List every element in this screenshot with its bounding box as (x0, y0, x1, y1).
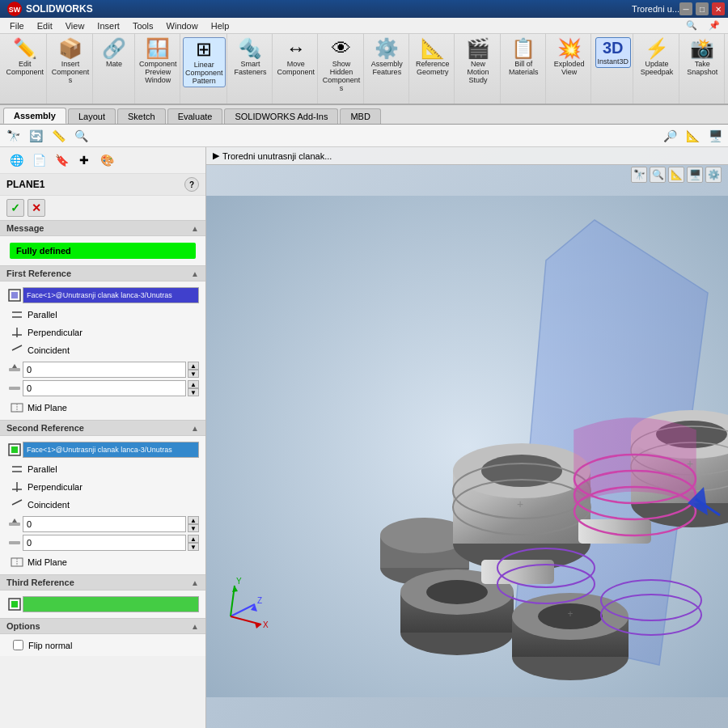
assembly-features-btn[interactable]: ⚙️ Assembly Features (369, 37, 404, 78)
second-ref-value2-input[interactable] (23, 535, 186, 551)
motion-study-btn[interactable]: 🎬 New Motion Study (460, 37, 496, 86)
first-ref-parallel[interactable]: Parallel (6, 306, 199, 324)
toolbar-icon-1[interactable]: 🔭 (3, 126, 23, 146)
menu-edit[interactable]: Edit (31, 19, 59, 32)
smart-fasteners-icon: 🔩 (238, 39, 262, 58)
parallel-icon (10, 307, 24, 322)
menu-tools[interactable]: Tools (126, 19, 160, 32)
val2-down-arrow[interactable]: ▼ (188, 388, 199, 396)
svg-rect-58 (578, 519, 651, 544)
check-x-row: ✓ ✕ (0, 196, 205, 220)
flip-normal-checkbox[interactable] (13, 640, 23, 650)
first-ref-perpendicular[interactable]: Perpendicular (6, 324, 199, 341)
plane-help-btn[interactable]: ? (184, 177, 199, 192)
breadcrumb-arrow[interactable]: ▶ (213, 150, 219, 161)
second-ref-value1-input[interactable] (23, 516, 186, 532)
pin-btn[interactable]: 📌 (704, 19, 725, 32)
second-ref-midplane[interactable]: Mid Plane (6, 553, 199, 571)
second-val2-down[interactable]: ▼ (188, 543, 199, 551)
tab-layout[interactable]: Layout (68, 108, 116, 124)
second-ref-parallel[interactable]: Parallel (6, 460, 199, 478)
tab-assembly[interactable]: Assembly (3, 108, 66, 124)
toolbar-icon-3[interactable]: 📏 (49, 126, 68, 146)
close-btn[interactable]: ✕ (712, 2, 725, 15)
toolbar-icon-4[interactable]: 🔍 (71, 126, 91, 146)
component-preview-btn[interactable]: 🪟 Component Preview Window (138, 37, 179, 86)
menu-insert[interactable]: Insert (91, 19, 126, 32)
second-reference-header[interactable]: Second Reference ▲ (0, 420, 205, 436)
reference-geometry-icon: 📐 (421, 39, 445, 58)
maximize-btn[interactable]: □ (696, 2, 709, 15)
toolbar-icon-6[interactable]: 📐 (683, 126, 702, 146)
second-ref-icon (6, 442, 23, 458)
val2-up-arrow[interactable]: ▲ (188, 380, 199, 388)
svg-marker-22 (12, 518, 17, 523)
cancel-btn[interactable]: ✕ (28, 199, 45, 217)
minimize-btn[interactable]: ─ (679, 2, 692, 15)
exploded-view-btn[interactable]: 💥 Exploded View (552, 37, 587, 78)
menubar: File Edit View Insert Tools Window Help … (0, 18, 728, 34)
insert-components-btn[interactable]: 📦 Insert Components (49, 37, 92, 86)
first-ref-midplane[interactable]: Mid Plane (6, 399, 199, 417)
edit-component-icon: ✏️ (13, 39, 37, 58)
third-ref-input[interactable] (23, 596, 199, 612)
tab-mbd[interactable]: MBD (340, 108, 380, 124)
second-ref-input[interactable] (23, 442, 199, 458)
smart-fasteners-btn[interactable]: 🔩 Smart Fasteners (232, 37, 268, 78)
val1-down-arrow[interactable]: ▼ (188, 370, 199, 378)
second-val1-up[interactable]: ▲ (188, 516, 199, 524)
instant3d-btn[interactable]: 3D Instant3D (595, 37, 632, 68)
svg-text:Z: Z (257, 596, 262, 605)
menu-view[interactable]: View (59, 19, 91, 32)
third-reference-header[interactable]: Third Reference ▲ (0, 574, 205, 590)
message-section-header[interactable]: Message ▲ (0, 220, 205, 236)
show-hidden-btn[interactable]: 👁 Show Hidden Components (320, 37, 363, 94)
bookmark-icon-btn[interactable]: 🔖 (52, 150, 71, 170)
ribbon-group-mate: 🔗 Mate (95, 34, 135, 104)
toolbar-icon-2[interactable]: 🔄 (26, 126, 45, 146)
second-ref-coincident[interactable]: Coincident (6, 496, 199, 514)
reference-geometry-btn[interactable]: 📐 Reference Geometry (414, 37, 451, 78)
search-btn[interactable]: 🔍 (681, 19, 702, 32)
move-component-btn[interactable]: ↔️ Move Component (275, 37, 316, 78)
first-ref-coincident[interactable]: Coincident (6, 341, 199, 359)
sw-logo: SW SOLIDWORKS (6, 1, 93, 17)
svg-text:+: + (517, 497, 523, 510)
first-ref-value2-input[interactable] (23, 380, 186, 396)
doc-icon-btn[interactable]: 📄 (29, 150, 49, 170)
snapshot-btn[interactable]: 📸 Take Snapshot (684, 37, 720, 78)
options-section-header[interactable]: Options ▲ (0, 618, 205, 634)
tab-addins[interactable]: SOLIDWORKS Add-Ins (224, 108, 338, 124)
globe-icon-btn[interactable]: 🌐 (6, 150, 26, 170)
menu-window[interactable]: Window (160, 19, 205, 32)
first-reference-header[interactable]: First Reference ▲ (0, 265, 205, 281)
accept-btn[interactable]: ✓ (6, 199, 24, 217)
add-icon-btn[interactable]: ✚ (74, 150, 94, 170)
menu-file[interactable]: File (3, 19, 31, 32)
first-ref-value1-input[interactable] (23, 362, 186, 378)
second-val2-up[interactable]: ▲ (188, 535, 199, 543)
linear-component-pattern-btn[interactable]: ⊞ Linear Component Pattern (183, 37, 226, 87)
second-val1-down[interactable]: ▼ (188, 524, 199, 532)
ribbon-group-exploded: 💥 Exploded View (548, 34, 591, 104)
bill-of-materials-btn[interactable]: 📋 Bill of Materials (506, 37, 541, 78)
paint-icon-btn[interactable]: 🎨 (97, 150, 116, 170)
first-ref-face-field (6, 287, 199, 303)
second-ref-value1-field: ▲ ▼ (6, 516, 199, 532)
menu-help[interactable]: Help (205, 19, 236, 32)
mate-btn[interactable]: 🔗 Mate (96, 37, 132, 70)
second-ref-perpendicular[interactable]: Perpendicular (6, 478, 199, 496)
exploded-icon: 💥 (557, 39, 582, 58)
svg-point-36 (426, 580, 488, 604)
breadcrumb-text: Troredni unutrasnji clanak... (222, 151, 332, 161)
tab-sketch[interactable]: Sketch (117, 108, 166, 124)
toolbar-icon-7[interactable]: 🖥️ (705, 126, 725, 146)
edit-component-btn[interactable]: ✏️ Edit Component (4, 37, 45, 78)
val1-up-arrow[interactable]: ▲ (188, 362, 199, 370)
first-ref-val2-icon (6, 380, 23, 396)
first-ref-input[interactable] (23, 287, 199, 303)
tab-evaluate[interactable]: Evaluate (167, 108, 223, 124)
update-speedpak-btn[interactable]: ⚡ Update Speedpak (639, 37, 675, 78)
toolbar-icon-5[interactable]: 🔎 (660, 126, 679, 146)
left-panel: 🌐 📄 🔖 ✚ 🎨 PLANE1 ? ✓ ✕ Message ▲ Fully d… (0, 147, 206, 728)
